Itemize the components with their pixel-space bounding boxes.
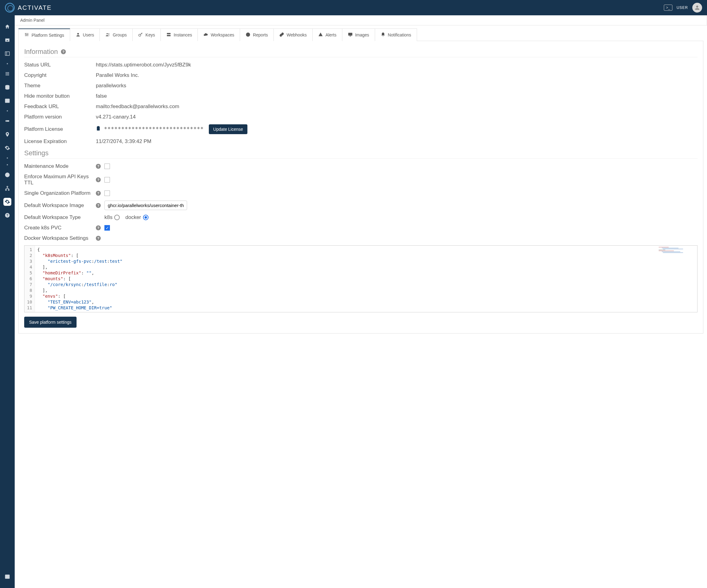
svg-rect-15 — [167, 33, 171, 34]
nav-location-icon[interactable] — [3, 130, 11, 138]
tab-label: Alerts — [326, 32, 337, 37]
default-type-label: Default Workspace Type — [24, 215, 96, 221]
version-value: v4.271-canary.14 — [96, 114, 136, 120]
tab-label: Notifications — [388, 32, 411, 37]
maintenance-checkbox[interactable] — [104, 164, 110, 169]
enforce-ttl-checkbox[interactable] — [104, 177, 110, 183]
svg-rect-18 — [348, 33, 352, 35]
tab-label: Images — [355, 32, 369, 37]
expiration-value: 11/27/2074, 3:39:42 PM — [96, 138, 151, 144]
help-icon[interactable]: ? — [96, 225, 101, 230]
breadcrumb: Admin Panel — [15, 15, 707, 25]
nav-grid-icon[interactable] — [3, 70, 11, 78]
tab-notifications[interactable]: Notifications — [375, 29, 417, 41]
svg-text:?: ? — [6, 214, 8, 217]
sliders-icon — [24, 32, 29, 38]
help-icon[interactable]: ? — [96, 164, 101, 169]
tab-instances[interactable]: Instances — [161, 29, 198, 41]
nav-panel-icon[interactable] — [3, 50, 11, 58]
create-pvc-checkbox[interactable]: ✓ — [104, 225, 110, 231]
maintenance-label: Maintenance Mode — [24, 163, 96, 169]
hide-monitor-label: Hide monitor button — [24, 93, 96, 99]
terminal-icon[interactable]: >_ — [664, 5, 672, 11]
nav-globe-icon[interactable] — [3, 171, 11, 179]
license-mask: ***************************** — [104, 126, 204, 132]
update-license-button[interactable]: Update License — [209, 124, 247, 134]
nav-terminal-icon[interactable] — [3, 97, 11, 105]
nav-collapse-icon[interactable] — [3, 573, 11, 581]
avatar[interactable] — [692, 3, 702, 12]
bell-icon — [380, 32, 385, 38]
radio-docker[interactable] — [143, 215, 148, 220]
feedback-label: Feedback URL — [24, 103, 96, 110]
main: Admin Panel Platform SettingsUsersGroups… — [15, 15, 707, 588]
svg-point-12 — [107, 33, 108, 34]
tab-keys[interactable]: Keys — [133, 29, 161, 41]
nav-home-icon[interactable] — [3, 23, 11, 31]
nav-drive-icon[interactable] — [3, 117, 11, 125]
tab-images[interactable]: Images — [342, 29, 375, 41]
svg-point-11 — [77, 33, 79, 34]
logo-spiral-icon — [5, 3, 15, 12]
tab-webhooks[interactable]: Webhooks — [274, 29, 313, 41]
theme-value: parallelworks — [96, 83, 126, 89]
default-image-input[interactable] — [104, 201, 187, 210]
feedback-value: mailto:feedback@parallelworks.com — [96, 103, 179, 110]
enforce-ttl-label: Enforce Maximum API Keys TTL — [24, 174, 96, 186]
user-label: USER — [677, 5, 688, 10]
radio-k8s[interactable] — [114, 215, 120, 220]
single-org-label: Single Organization Platform — [24, 190, 96, 196]
cloud-icon — [203, 32, 208, 38]
nav-gear-icon[interactable] — [3, 144, 11, 152]
copyright-value: Parallel Works Inc. — [96, 72, 139, 78]
nav-admin-icon[interactable] — [3, 198, 11, 206]
code-editor[interactable]: 1234567891011 { "k8sMounts": [ "erictest… — [24, 245, 698, 313]
clipboard-icon[interactable] — [96, 126, 101, 132]
tab-reports[interactable]: Reports — [240, 29, 274, 41]
create-pvc-label: Create k8s PVC — [24, 225, 96, 231]
logo[interactable]: ACTIVATE — [5, 3, 52, 12]
status-url-label: Status URL — [24, 62, 96, 68]
hide-monitor-value: false — [96, 93, 107, 99]
tab-users[interactable]: Users — [70, 29, 100, 41]
status-url-value: https://stats.uptimerobot.com/Jyvz5fBZ9k — [96, 62, 191, 68]
help-icon[interactable]: ? — [96, 191, 101, 196]
tab-alerts[interactable]: Alerts — [313, 29, 342, 41]
tab-groups[interactable]: Groups — [100, 29, 133, 41]
users-icon — [105, 32, 110, 38]
expiration-label: License Expiration — [24, 138, 96, 144]
help-icon[interactable]: ? — [96, 177, 101, 182]
version-label: Platform version — [24, 114, 96, 120]
nav-divider — [7, 110, 8, 111]
nav-help-icon[interactable]: ? — [3, 211, 11, 219]
svg-point-8 — [25, 33, 26, 34]
tab-label: Groups — [113, 32, 127, 37]
nav-storage-icon[interactable] — [3, 83, 11, 91]
tab-row: Platform SettingsUsersGroupsKeysInstance… — [19, 29, 703, 41]
tab-label: Users — [83, 32, 94, 37]
svg-point-13 — [108, 33, 109, 34]
tab-platform-settings[interactable]: Platform Settings — [19, 29, 70, 41]
monitor-icon — [348, 32, 353, 38]
default-image-label: Default Workspace Image — [24, 202, 96, 208]
tab-workspaces[interactable]: Workspaces — [198, 29, 240, 41]
svg-rect-7 — [5, 575, 9, 579]
tab-label: Instances — [174, 32, 192, 37]
help-icon[interactable]: ? — [61, 49, 66, 54]
nav-inbox-icon[interactable] — [3, 36, 11, 44]
tab-label: Webhooks — [287, 32, 307, 37]
tab-label: Workspaces — [211, 32, 234, 37]
single-org-checkbox[interactable] — [104, 191, 110, 196]
brand-text: ACTIVATE — [18, 4, 52, 11]
code-body[interactable]: { "k8sMounts": [ "erictest-gfs-pvc:/test… — [35, 246, 697, 312]
svg-point-14 — [139, 34, 141, 36]
tab-label: Platform Settings — [32, 33, 64, 38]
help-icon[interactable]: ? — [96, 203, 101, 208]
svg-rect-16 — [167, 35, 171, 36]
svg-rect-1 — [5, 99, 9, 103]
help-icon[interactable]: ? — [96, 236, 101, 241]
nav-sitemap-icon[interactable] — [3, 184, 11, 192]
save-button[interactable]: Save platform settings — [24, 317, 76, 328]
tab-label: Keys — [145, 32, 155, 37]
svg-rect-2 — [5, 120, 9, 122]
